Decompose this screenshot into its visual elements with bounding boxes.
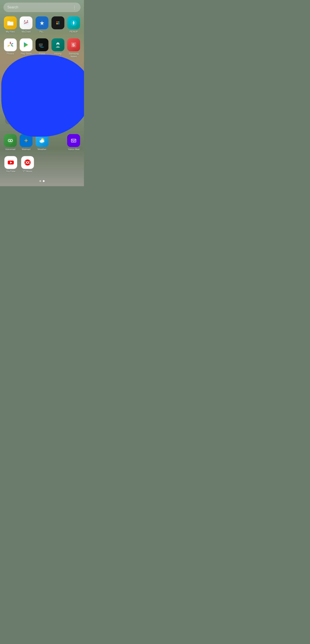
app-photos[interactable]: Photos (3, 38, 17, 58)
app-label-samsung-notes: Samsung Notes (67, 52, 80, 58)
svg-rect-3 (23, 21, 29, 25)
svg-rect-33 (71, 139, 76, 142)
app-mychart[interactable]: MyChart (19, 16, 33, 33)
app-label-penup: PENUP (69, 30, 78, 33)
app-label-paramount: Pa... (40, 30, 44, 33)
svg-point-9 (56, 21, 58, 23)
app-label-playstore: Play Store (21, 52, 32, 55)
svg-text:S: S (72, 43, 75, 47)
page-dot-1[interactable] (39, 180, 41, 182)
app-label-yt-music: YT Music (22, 170, 32, 173)
app-paramount[interactable]: Pa... (35, 16, 49, 33)
app-label-photos: Photos (7, 52, 14, 55)
app-my-files[interactable]: My Files (3, 16, 17, 33)
svg-rect-6 (23, 22, 29, 22)
app-label-mychart: MyChart (22, 30, 31, 33)
app-yt-music[interactable]: YT Music (20, 156, 35, 173)
search-input[interactable] (7, 6, 72, 9)
more-options-icon[interactable]: ⋮ (72, 5, 77, 10)
app-walmart[interactable]: Walmart (19, 134, 33, 151)
svg-text:video: video (39, 45, 43, 46)
svg-rect-1 (7, 22, 13, 26)
app-youtube[interactable]: YouTube (3, 156, 18, 173)
app-penup[interactable]: PENUP (67, 16, 80, 33)
svg-point-19 (57, 44, 59, 46)
app-picsart[interactable] (51, 16, 65, 33)
app-yahoo-mail[interactable]: Yahoo Mail (67, 134, 80, 151)
app-label-youtube: YouTube (6, 170, 15, 173)
app-label-weather: Weather (37, 148, 46, 151)
app-label-voicemail: Voicemail (5, 148, 15, 151)
redacted-area: al lock ica 0... (3, 63, 80, 132)
page-dot-2[interactable] (43, 180, 44, 182)
svg-point-10 (58, 21, 59, 23)
svg-point-14 (9, 44, 11, 46)
app-row-youtube: YouTube YT Music (3, 156, 80, 173)
svg-point-31 (41, 140, 43, 142)
app-voicemail[interactable]: Voicemail (3, 134, 17, 151)
search-bar[interactable]: ⋮ (3, 2, 80, 12)
app-label-walmart: Walmart (22, 148, 30, 151)
svg-point-11 (58, 23, 59, 24)
svg-point-8 (55, 20, 61, 26)
svg-text:prime: prime (39, 43, 43, 45)
app-label-my-files: My Files (6, 30, 15, 33)
svg-point-12 (56, 23, 58, 24)
svg-rect-2 (7, 21, 10, 22)
svg-rect-5 (27, 20, 28, 22)
blue-redaction-blob (1, 55, 84, 137)
app-row-1: My Files MyChart (3, 16, 80, 33)
svg-point-40 (27, 162, 28, 163)
page-indicators (3, 180, 80, 182)
app-samsung-notes[interactable]: S Samsung Notes (67, 38, 80, 58)
svg-rect-4 (24, 20, 25, 22)
app-label-yahoo-mail: Yahoo Mail (68, 148, 79, 151)
svg-rect-25 (9, 141, 11, 142)
